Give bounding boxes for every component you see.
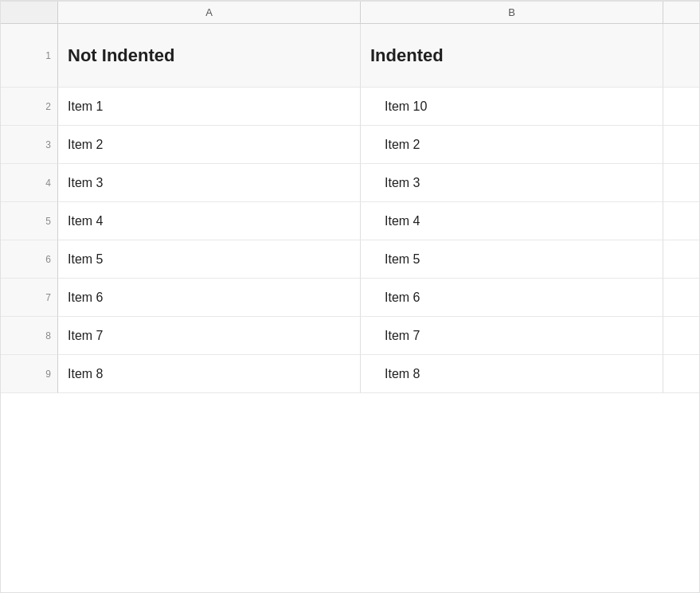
row-number-9: 9 [1, 355, 58, 393]
cell-row6-col-a[interactable]: Item 5 [58, 240, 361, 279]
cell-row7-col-a[interactable]: Item 6 [58, 279, 361, 317]
spreadsheet: AB1Not IndentedIndented2Item 1Item 103It… [0, 0, 700, 593]
cell-row8-col-a[interactable]: Item 7 [58, 317, 361, 355]
row-number-4: 4 [1, 164, 58, 202]
cell-row3-col-a[interactable]: Item 2 [58, 126, 361, 164]
row-number-5: 5 [1, 202, 58, 240]
cell-row3-col-extra [663, 126, 699, 164]
cell-row8-col-b[interactable]: Item 7 [361, 317, 663, 355]
cell-row1-col-a[interactable]: Not Indented [58, 24, 361, 88]
cell-row5-col-b[interactable]: Item 4 [361, 202, 663, 240]
cell-row4-col-extra [663, 164, 699, 202]
cell-row9-col-extra [663, 355, 699, 393]
cell-row6-col-extra [663, 240, 699, 279]
row-number-7: 7 [1, 279, 58, 317]
row-number-3: 3 [1, 126, 58, 164]
cell-row9-col-b[interactable]: Item 8 [361, 355, 663, 393]
cell-row2-col-a[interactable]: Item 1 [58, 88, 361, 126]
row-number-8: 8 [1, 317, 58, 355]
column-header-a_label[interactable]: A [58, 2, 361, 24]
cell-row3-col-b[interactable]: Item 2 [361, 126, 663, 164]
cell-row7-col-extra [663, 279, 699, 317]
cell-row9-col-a[interactable]: Item 8 [58, 355, 361, 393]
row-number-6: 6 [1, 240, 58, 279]
corner-cell [1, 2, 58, 24]
row-number-2: 2 [1, 88, 58, 126]
cell-row1-col-extra [663, 24, 699, 88]
cell-row5-col-a[interactable]: Item 4 [58, 202, 361, 240]
cell-row7-col-b[interactable]: Item 6 [361, 279, 663, 317]
column-header-b_label[interactable]: B [361, 2, 663, 24]
cell-row6-col-b[interactable]: Item 5 [361, 240, 663, 279]
cell-row2-col-extra [663, 88, 699, 126]
cell-row4-col-a[interactable]: Item 3 [58, 164, 361, 202]
grid: AB1Not IndentedIndented2Item 1Item 103It… [1, 1, 699, 393]
cell-row8-col-extra [663, 317, 699, 355]
cell-row2-col-b[interactable]: Item 10 [361, 88, 663, 126]
cell-row5-col-extra [663, 202, 699, 240]
row-number-1: 1 [1, 24, 58, 88]
column-header-extra [663, 2, 699, 24]
cell-row4-col-b[interactable]: Item 3 [361, 164, 663, 202]
cell-row1-col-b[interactable]: Indented [361, 24, 663, 88]
